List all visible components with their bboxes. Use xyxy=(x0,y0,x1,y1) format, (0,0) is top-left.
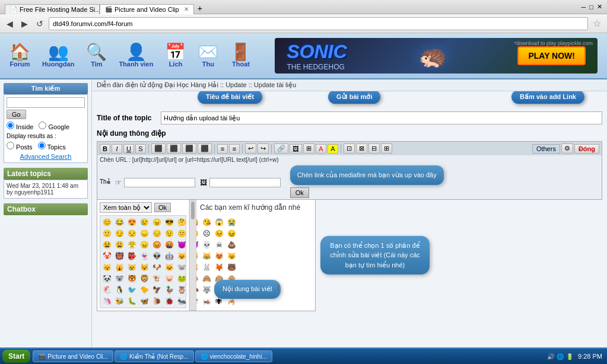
advanced-search-link[interactable]: Advanced Search xyxy=(7,153,85,160)
inside-radio[interactable] xyxy=(7,122,14,129)
emoji-cell[interactable]: 😩 xyxy=(114,240,125,250)
emoji-cell[interactable]: 🦅 xyxy=(151,285,162,295)
posts-radio-label[interactable]: Posts xyxy=(7,143,34,151)
more-btn-3[interactable]: ⊟ xyxy=(368,143,380,154)
emoji-cell[interactable]: 😿 xyxy=(126,262,137,273)
emoji-cell[interactable]: 🙂 xyxy=(101,228,112,239)
emoji-cell[interactable]: 😺 xyxy=(176,251,187,261)
emoji-cell[interactable]: 🐨 xyxy=(114,273,125,284)
nav-thanhvien[interactable]: 👤 Thanh vien xyxy=(119,44,153,68)
color-bg-button[interactable]: A xyxy=(328,144,338,154)
emoji-cell[interactable]: 🐮 xyxy=(151,273,162,284)
nav-lich[interactable]: 📅 Lich xyxy=(165,44,186,68)
emoji-cell[interactable]: 😤 xyxy=(126,240,137,250)
topics-radio[interactable] xyxy=(38,142,46,149)
new-tab-button[interactable]: + xyxy=(194,2,206,14)
tab2-close[interactable]: ✕ xyxy=(184,6,189,12)
emoji-cell[interactable]: 🐔 xyxy=(101,285,112,295)
emoji-cell[interactable]: 🐤 xyxy=(139,285,150,295)
close-btn[interactable]: ✕ xyxy=(597,3,602,11)
emoji-cell[interactable]: 👽 xyxy=(151,251,162,261)
emoji-cell[interactable]: 🤡 xyxy=(101,251,112,261)
emoji-cell[interactable]: 🤖 xyxy=(164,251,174,261)
more-btn-1[interactable]: ⊡ xyxy=(344,143,355,154)
ol-button[interactable]: ≡ xyxy=(217,144,228,154)
emoji-cell[interactable]: 🐶 xyxy=(151,262,162,273)
emoji-cell[interactable]: 🐦 xyxy=(126,285,137,295)
editor-text[interactable]: Các bạn xem kĩ hướng dẫn nhé xyxy=(200,203,312,212)
link-button[interactable]: 🔗 xyxy=(274,143,288,154)
emoji-cell[interactable]: 😠 xyxy=(139,240,150,250)
tab-2[interactable]: 🎬 Picture and Video Clip ✕ xyxy=(100,4,194,14)
emoji-cell[interactable]: 🐧 xyxy=(114,285,125,295)
start-button[interactable]: Start xyxy=(2,350,30,363)
emoji-cell[interactable]: 😡 xyxy=(151,240,162,250)
emoji-cell[interactable]: 😟 xyxy=(164,228,174,239)
emoji-cell[interactable]: 🙀 xyxy=(114,262,125,273)
color-a-button[interactable]: A xyxy=(316,144,326,154)
bookmark-icon[interactable]: ☆ xyxy=(590,18,603,29)
tab-1[interactable]: 📄 Free File Hosting Made Si... ✕ xyxy=(5,4,100,14)
minimize-btn[interactable]: ─ xyxy=(581,4,586,11)
emoji-select[interactable]: Xem toàn bộ xyxy=(100,202,152,213)
align-right-button[interactable]: ⬛ xyxy=(182,143,196,154)
nav-thoat[interactable]: 🚪 Thoat xyxy=(230,44,251,68)
taskbar-item-0[interactable]: 🎬 Picture and Video Cli... xyxy=(33,350,113,362)
emoji-cell[interactable]: 😍 xyxy=(126,217,137,228)
table-button[interactable]: ⊞ xyxy=(303,143,314,154)
search-input[interactable] xyxy=(7,97,85,108)
emoji-cell[interactable]: 🐸 xyxy=(176,273,187,284)
address-bar[interactable] xyxy=(49,17,588,30)
emoji-cell[interactable]: 😂 xyxy=(114,217,125,228)
emoji-cell[interactable]: 😒 xyxy=(126,228,137,239)
redo-button[interactable]: ↪ xyxy=(258,143,269,154)
emoji-cell[interactable]: 🐌 xyxy=(151,296,162,306)
emoji-cell[interactable]: 😈 xyxy=(176,240,187,250)
dong-button[interactable]: Đóng xyxy=(574,144,599,154)
back-button[interactable]: ◀ xyxy=(4,17,16,30)
nav-tim[interactable]: 🔍 Tim xyxy=(86,44,107,68)
refresh-button[interactable]: ↺ xyxy=(33,17,46,30)
emoji-ok-button[interactable]: Ok xyxy=(154,203,171,212)
topics-radio-label[interactable]: Topics xyxy=(38,143,66,151)
more-btn-4[interactable]: ⊞ xyxy=(381,143,392,154)
emoji-cell[interactable]: 👹 xyxy=(114,251,125,261)
play-now-button[interactable]: PLAY NOW! xyxy=(517,46,586,65)
bold-button[interactable]: B xyxy=(100,144,110,154)
emoji-cell[interactable]: 😊 xyxy=(101,217,112,228)
italic-button[interactable]: I xyxy=(112,144,122,154)
emoji-cell[interactable]: 🐼 xyxy=(101,273,112,284)
underline-button[interactable]: U xyxy=(123,144,134,154)
emoji-cell[interactable]: 😾 xyxy=(139,262,150,273)
google-radio[interactable] xyxy=(39,122,46,129)
ul-button[interactable]: ≡ xyxy=(229,144,240,154)
nav-forum[interactable]: 🏠 Forum xyxy=(9,44,30,68)
emoji-cell[interactable]: 🦁 xyxy=(139,273,150,284)
emoji-cell[interactable]: 😕 xyxy=(176,228,187,239)
emoji-cell[interactable]: 😏 xyxy=(114,228,125,239)
emoji-cell[interactable]: 😢 xyxy=(139,217,150,228)
maximize-btn[interactable]: □ xyxy=(589,4,593,11)
emoji-cell[interactable]: 👺 xyxy=(126,251,137,261)
posts-radio[interactable] xyxy=(7,142,14,149)
emoji-cell[interactable]: 🦉 xyxy=(176,285,187,295)
emoji-cell[interactable]: 🦆 xyxy=(164,285,174,295)
scroll-hint[interactable] xyxy=(189,200,196,311)
emoji-cell[interactable]: 😔 xyxy=(151,228,162,239)
emoji-cell[interactable]: 🐷 xyxy=(164,273,174,284)
align-justify-button[interactable]: ⬛ xyxy=(198,143,212,154)
emoji-cell[interactable]: 🐯 xyxy=(126,273,137,284)
mediafire-ok-button[interactable]: Ok xyxy=(290,187,309,198)
emoji-cell[interactable]: 😞 xyxy=(139,228,150,239)
emoji-cell[interactable]: 🐛 xyxy=(126,296,137,306)
emoji-cell[interactable]: 😫 xyxy=(101,240,112,250)
image-button[interactable]: 🖼 xyxy=(290,144,302,154)
emoji-cell[interactable]: 😎 xyxy=(164,217,174,228)
search-go-button[interactable]: Go xyxy=(7,110,26,119)
emoji-cell[interactable]: 🦋 xyxy=(139,296,150,306)
emoji-cell[interactable]: 🐜 xyxy=(176,296,187,306)
google-radio-label[interactable]: Google xyxy=(39,123,69,130)
more-btn-2[interactable]: ⊠ xyxy=(356,143,367,154)
emoji-cell[interactable]: 😽 xyxy=(101,262,112,273)
emoji-cell[interactable]: 🤬 xyxy=(164,240,174,250)
